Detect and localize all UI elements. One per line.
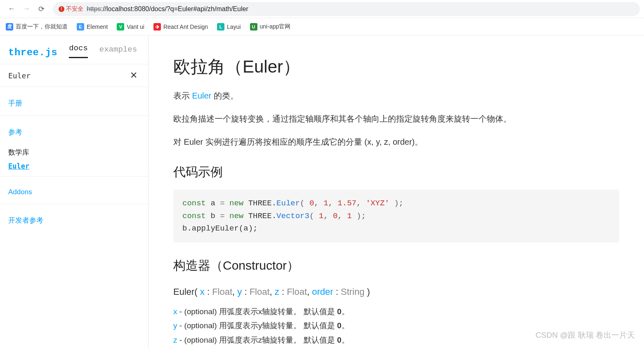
address-bar[interactable]: ! 不安全 https://localhost:8080/docs/?q=Eul… <box>53 2 640 16</box>
nav-list: 手册 参考 数学库 Euler Addons 开发者参考 <box>0 87 148 348</box>
nav-math-lib: 数学库 <box>0 140 148 160</box>
heading-constructor: 构造器（Constructor） <box>173 255 619 276</box>
url-text: https://localhost:8080/docs/?q=Euler#api… <box>87 5 248 13</box>
divider <box>0 176 148 176</box>
tab-docs[interactable]: docs <box>69 44 88 58</box>
bookmark-item[interactable]: LLayui <box>217 23 241 31</box>
reload-button[interactable]: ⟳ <box>34 2 49 16</box>
bookmark-favicon: V <box>117 23 124 31</box>
bookmarks-bar: 度百度一下，你就知道EElementVVant ui⬗React Ant Des… <box>0 18 644 35</box>
bookmark-item[interactable]: VVant ui <box>117 23 144 31</box>
browser-toolbar: ← → ⟳ ! 不安全 https://localhost:8080/docs/… <box>0 0 644 18</box>
intro: 表示 Euler 的类。 <box>173 89 619 103</box>
nav-manual[interactable]: 手册 <box>0 91 148 111</box>
param-line: z - (optional) 用弧度表示z轴旋转量。 默认值是 0。 <box>173 334 619 347</box>
clear-search-icon[interactable]: ✕ <box>127 70 140 81</box>
param-line: x - (optional) 用弧度表示x轴旋转量。 默认值是 0。 <box>173 305 619 318</box>
page-title: 欧拉角（Euler） <box>173 52 619 81</box>
bookmark-label: Layui <box>227 24 241 30</box>
nav-dev-reference[interactable]: 开发者参考 <box>0 208 148 228</box>
nav-addons[interactable]: Addons <box>0 181 148 200</box>
bookmark-item[interactable]: EElement <box>77 23 108 31</box>
bookmark-item[interactable]: 度百度一下，你就知道 <box>6 23 68 31</box>
heading-code-example: 代码示例 <box>173 161 619 182</box>
nav-reference[interactable]: 参考 <box>0 120 148 140</box>
forward-button[interactable]: → <box>19 2 34 16</box>
security-badge: ! 不安全 <box>59 5 83 13</box>
constructor-params: x - (optional) 用弧度表示x轴旋转量。 默认值是 0。y - (o… <box>173 305 619 347</box>
tab-examples[interactable]: examples <box>99 45 137 58</box>
bookmark-item[interactable]: ⬗React Ant Design <box>153 23 208 31</box>
bookmark-label: uni-app官网 <box>260 23 291 31</box>
bookmark-label: 百度一下，你就知道 <box>16 23 68 31</box>
search-input[interactable] <box>8 71 127 80</box>
paragraph: 欧拉角描述一个旋转变换，通过指定轴顺序和其各个轴向上的指定旋转角度来旋转一个物体… <box>173 112 619 126</box>
divider <box>0 204 148 204</box>
sidebar: three.js docs examples ✕ 手册 参考 数学库 Euler… <box>0 35 149 348</box>
bookmark-label: Vant ui <box>127 24 144 30</box>
logo[interactable]: three.js <box>8 47 57 58</box>
bookmark-favicon: 度 <box>6 23 13 31</box>
bookmark-item[interactable]: Uuni-app官网 <box>250 23 291 31</box>
divider <box>0 115 148 116</box>
bookmark-favicon: U <box>250 23 257 31</box>
page: three.js docs examples ✕ 手册 参考 数学库 Euler… <box>0 35 644 348</box>
sidebar-header: three.js docs examples <box>0 35 148 58</box>
search-row: ✕ <box>0 64 148 87</box>
link-euler-wiki[interactable]: Euler <box>192 91 212 100</box>
param-line: y - (optional) 用弧度表示y轴旋转量。 默认值是 0。 <box>173 319 619 332</box>
bookmark-favicon: E <box>77 23 84 31</box>
content: 欧拉角（Euler） 表示 Euler 的类。 欧拉角描述一个旋转变换，通过指定… <box>149 35 644 348</box>
code-block: const a = new THREE.Euler( 0, 1, 1.57, '… <box>173 190 619 242</box>
bookmark-label: Element <box>87 24 108 30</box>
paragraph: 对 Euler 实例进行遍历将按相应的顺序生成它的分量 (x, y, z, or… <box>173 135 619 149</box>
constructor-signature: Euler( x : Float, y : Float, z : Float, … <box>173 284 619 299</box>
back-button[interactable]: ← <box>4 2 19 16</box>
bookmark-favicon: L <box>217 23 224 31</box>
bookmark-label: React Ant Design <box>163 24 208 30</box>
bookmark-favicon: ⬗ <box>153 23 161 31</box>
warning-icon: ! <box>59 6 64 12</box>
nav-item-euler[interactable]: Euler <box>0 160 148 172</box>
security-label: 不安全 <box>66 5 83 13</box>
